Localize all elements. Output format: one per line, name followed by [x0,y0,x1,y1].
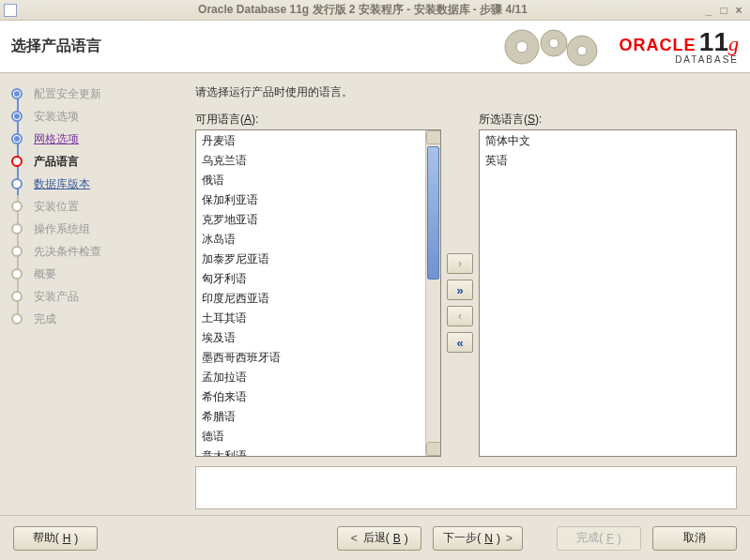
step-dot [11,246,23,257]
instruction-text: 请选择运行产品时使用的语言。 [195,84,737,100]
list-item[interactable]: 保加利亚语 [198,190,423,210]
steps-sidebar: 配置安全更新安装选项网格选项产品语言数据库版本安装位置操作系统组先决条件检查概要… [0,73,188,515]
next-button[interactable]: 下一步(N) [433,526,523,551]
close-button[interactable]: × [731,4,746,17]
svg-point-3 [549,38,559,48]
remove-all-button[interactable]: « [447,332,473,353]
step-dot [11,313,23,325]
oracle-logo: ORACLE 11g DATABASE [620,29,740,65]
page-title: 选择产品语言 [11,37,101,56]
main-panel: 请选择运行产品时使用的语言。 可用语言(A): 丹麦语乌克兰语俄语保加利亚语克罗… [188,73,750,515]
available-label: 可用语言(A): [195,112,441,128]
list-item[interactable]: 意大利语 [198,446,423,456]
gears-graphic [499,24,612,69]
step-dot [11,268,23,280]
step-label[interactable]: 数据库版本 [34,176,90,192]
maximize-button[interactable]: □ [716,4,731,17]
minimize-button[interactable]: _ [701,4,716,17]
header: 选择产品语言 ORACLE 11g DATABASE [0,21,750,73]
step-dot [11,291,23,302]
scroll-thumb[interactable] [427,146,439,280]
messages-area [195,466,737,509]
step-label: 配置安全更新 [34,86,101,102]
list-item[interactable]: 加泰罗尼亚语 [198,250,423,269]
step-label: 完成 [34,311,56,327]
footer: 帮助(H) 后退(B) 下一步(N) 完成(F) 取消 [0,515,750,560]
app-icon [4,4,17,17]
step-dot [11,133,23,144]
list-item[interactable]: 简体中文 [482,131,734,151]
step-label[interactable]: 网格选项 [34,131,79,147]
available-languages-list[interactable]: 丹麦语乌克兰语俄语保加利亚语克罗地亚语冰岛语加泰罗尼亚语匈牙利语印度尼西亚语土耳… [195,129,441,457]
svg-point-5 [577,46,587,55]
scroll-down-icon[interactable]: ▼ [426,442,441,456]
list-item[interactable]: 土耳其语 [198,309,423,328]
scroll-up-icon[interactable]: ▲ [426,130,441,144]
step-dot [11,223,23,235]
list-item[interactable]: 冰岛语 [198,230,423,250]
help-button[interactable]: 帮助(H) [13,526,98,551]
list-item[interactable]: 希伯来语 [198,387,423,407]
step-label: 安装位置 [34,199,79,215]
step-dot [11,201,23,212]
step-label: 安装选项 [34,109,79,125]
add-all-button[interactable]: » [447,280,473,300]
step-dot [11,178,23,189]
available-scrollbar[interactable]: ▲ ▼ [425,130,440,456]
back-button[interactable]: 后退(B) [337,526,421,551]
step-label: 产品语言 [34,154,79,170]
step-dot [11,88,23,99]
chevron-left-icon: ‹ [458,310,462,323]
step-dot [11,156,23,167]
titlebar: Oracle Database 11g 发行版 2 安装程序 - 安装数据库 -… [0,0,750,21]
list-item[interactable]: 孟加拉语 [198,368,423,387]
add-button[interactable]: › [447,253,473,274]
finish-button: 完成(F) [557,526,641,551]
list-item[interactable]: 乌克兰语 [198,151,423,171]
step-label: 操作系统组 [34,221,90,237]
selected-languages-list[interactable]: 简体中文英语 [479,129,737,457]
double-chevron-left-icon: « [456,336,463,350]
window-title: Oracle Database 11g 发行版 2 安装程序 - 安装数据库 -… [24,2,701,18]
step-label: 安装产品 [34,289,79,305]
svg-point-1 [516,41,528,53]
list-item[interactable]: 俄语 [198,171,423,190]
branding: ORACLE 11g DATABASE [499,24,740,69]
step-dot [11,111,23,122]
list-item[interactable]: 印度尼西亚语 [198,289,423,309]
transfer-buttons: › » ‹ « [447,112,473,457]
step-label: 先决条件检查 [34,244,101,260]
list-item[interactable]: 埃及语 [198,328,423,348]
list-item[interactable]: 希腊语 [198,407,423,427]
double-chevron-right-icon: » [456,283,463,297]
list-item[interactable]: 克罗地亚语 [198,210,423,230]
remove-button[interactable]: ‹ [447,306,473,326]
step-label: 概要 [34,266,56,282]
cancel-button[interactable]: 取消 [652,526,737,551]
selected-label: 所选语言(S): [479,112,737,128]
list-item[interactable]: 德语 [198,427,423,446]
list-item[interactable]: 英语 [482,151,734,171]
list-item[interactable]: 匈牙利语 [198,269,423,289]
list-item[interactable]: 丹麦语 [198,131,423,151]
chevron-right-icon: › [458,257,462,270]
list-item[interactable]: 墨西哥西班牙语 [198,348,423,368]
